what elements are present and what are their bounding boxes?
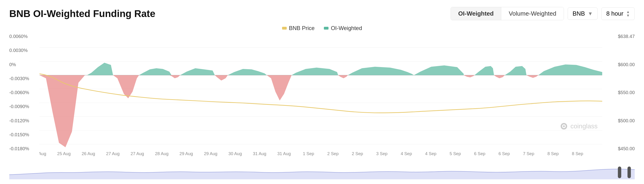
asset-selector[interactable]: BNB ▼ bbox=[568, 8, 598, 20]
negative-area-8 bbox=[494, 75, 505, 78]
svg-text:28 Aug: 28 Aug bbox=[155, 151, 168, 156]
positive-area-10 bbox=[538, 64, 602, 75]
svg-text:7 Sep: 7 Sep bbox=[523, 151, 534, 156]
svg-text:1 Sep: 1 Sep bbox=[303, 151, 314, 156]
x-axis-labels: 25 Aug 25 Aug 26 Aug 27 Aug 27 Aug 28 Au… bbox=[33, 151, 583, 156]
y-left-3: -0.0030% bbox=[9, 76, 37, 81]
positive-area-4 bbox=[228, 69, 267, 75]
page-container: BNB OI-Weighted Funding Rate OI-Weighted… bbox=[0, 0, 644, 184]
svg-text:29 Aug: 29 Aug bbox=[180, 151, 193, 156]
svg-text:25 Aug: 25 Aug bbox=[57, 151, 70, 156]
negative-area-7 bbox=[464, 75, 474, 77]
main-chart: 0.0060% 0.0030% 0% -0.0030% -0.0060% -0.… bbox=[9, 34, 635, 158]
svg-text:5 Sep: 5 Sep bbox=[450, 151, 461, 156]
positive-area-5 bbox=[292, 67, 338, 75]
header-row: BNB OI-Weighted Funding Rate OI-Weighted… bbox=[9, 7, 635, 20]
svg-text:27 Aug: 27 Aug bbox=[106, 151, 120, 156]
y-right-1: $600.00 bbox=[618, 62, 635, 67]
timeframe-selector[interactable]: 8 hour ▲ ▼ bbox=[601, 8, 635, 20]
tab-volume-weighted[interactable]: Volume-Weighted bbox=[501, 7, 564, 20]
mini-chart-handle-right[interactable] bbox=[618, 166, 621, 178]
positive-area-6 bbox=[348, 67, 414, 75]
y-right-2: $550.00 bbox=[618, 90, 635, 95]
svg-text:6 Sep: 6 Sep bbox=[474, 151, 486, 156]
legend-oi-weighted-dot bbox=[324, 27, 328, 30]
svg-text:4 Sep: 4 Sep bbox=[401, 151, 412, 156]
positive-area-8 bbox=[474, 66, 494, 75]
svg-text:2 Sep: 2 Sep bbox=[327, 151, 339, 156]
y-axis-right: $638.47 $600.00 $550.00 $500.00 $450.00 bbox=[607, 34, 635, 158]
positive-area-3 bbox=[180, 68, 215, 75]
coinglass-logo-icon bbox=[560, 122, 568, 130]
negative-area-3 bbox=[169, 75, 180, 78]
svg-text:6 Sep: 6 Sep bbox=[498, 151, 510, 156]
negative-area-2 bbox=[113, 75, 139, 98]
mini-chart-svg bbox=[9, 161, 635, 179]
mini-chart[interactable] bbox=[9, 161, 635, 179]
svg-text:2 Sep: 2 Sep bbox=[352, 151, 363, 156]
svg-point-35 bbox=[563, 125, 565, 127]
y-left-8: -0.0180% bbox=[9, 146, 37, 151]
positive-area-2 bbox=[139, 68, 172, 75]
controls: OI-Weighted Volume-Weighted BNB ▼ 8 hour… bbox=[450, 7, 635, 20]
y-left-1: 0.0030% bbox=[9, 48, 37, 53]
svg-text:31 Aug: 31 Aug bbox=[278, 151, 291, 156]
mini-chart-handle-far-right[interactable] bbox=[628, 166, 631, 178]
y-axis-left: 0.0060% 0.0030% 0% -0.0030% -0.0060% -0.… bbox=[9, 34, 37, 158]
y-left-4: -0.0060% bbox=[9, 90, 37, 95]
legend-row: BNB Price OI-Weighted bbox=[9, 25, 635, 31]
y-right-4: $450.00 bbox=[618, 146, 635, 151]
svg-text:8 Sep: 8 Sep bbox=[572, 151, 583, 156]
timeframe-value: 8 hour bbox=[606, 10, 623, 17]
main-chart-svg: 25 Aug 25 Aug 26 Aug 27 Aug 27 Aug 28 Au… bbox=[9, 34, 635, 158]
svg-text:29 Aug: 29 Aug bbox=[204, 151, 217, 156]
positive-area-7 bbox=[414, 65, 464, 75]
svg-text:30 Aug: 30 Aug bbox=[228, 151, 242, 156]
legend-oi-weighted: OI-Weighted bbox=[324, 25, 362, 31]
negative-area-5 bbox=[267, 75, 292, 101]
svg-rect-0 bbox=[40, 34, 602, 158]
negative-area-9 bbox=[526, 75, 538, 78]
svg-text:3 Sep: 3 Sep bbox=[376, 151, 388, 156]
y-right-0: $638.47 bbox=[618, 34, 635, 39]
positive-area-9 bbox=[505, 66, 526, 75]
y-left-7: -0.0150% bbox=[9, 132, 37, 137]
y-right-3: $500.00 bbox=[618, 118, 635, 123]
watermark-text: coinglass bbox=[570, 123, 598, 130]
mini-chart-fill bbox=[9, 169, 635, 179]
negative-area-4 bbox=[215, 75, 228, 80]
y-left-6: -0.0120% bbox=[9, 118, 37, 123]
y-left-2: 0% bbox=[9, 62, 37, 67]
negative-area-6 bbox=[338, 75, 348, 78]
svg-text:31 Aug: 31 Aug bbox=[253, 151, 266, 156]
legend-bnb-price: BNB Price bbox=[282, 25, 315, 31]
y-left-0: 0.0060% bbox=[9, 34, 37, 39]
asset-dropdown-icon: ▼ bbox=[588, 11, 593, 17]
negative-area-1 bbox=[40, 75, 87, 147]
watermark: coinglass bbox=[560, 122, 598, 130]
page-title: BNB OI-Weighted Funding Rate bbox=[9, 8, 155, 19]
asset-value: BNB bbox=[572, 10, 585, 17]
chart-area: 0.0060% 0.0030% 0% -0.0030% -0.0060% -0.… bbox=[9, 34, 635, 179]
svg-text:26 Aug: 26 Aug bbox=[82, 151, 95, 156]
tab-group: OI-Weighted Volume-Weighted bbox=[450, 7, 564, 20]
timeframe-arrows-icon: ▲ ▼ bbox=[626, 10, 630, 18]
svg-text:4 Sep: 4 Sep bbox=[425, 151, 436, 156]
svg-text:27 Aug: 27 Aug bbox=[130, 151, 144, 156]
legend-oi-weighted-label: OI-Weighted bbox=[331, 25, 362, 31]
legend-bnb-price-dot bbox=[282, 27, 287, 30]
positive-area-1 bbox=[87, 63, 113, 75]
legend-bnb-price-label: BNB Price bbox=[289, 25, 315, 31]
y-left-5: -0.0090% bbox=[9, 104, 37, 109]
tab-oi-weighted[interactable]: OI-Weighted bbox=[451, 7, 502, 20]
svg-text:8 Sep: 8 Sep bbox=[548, 151, 559, 156]
